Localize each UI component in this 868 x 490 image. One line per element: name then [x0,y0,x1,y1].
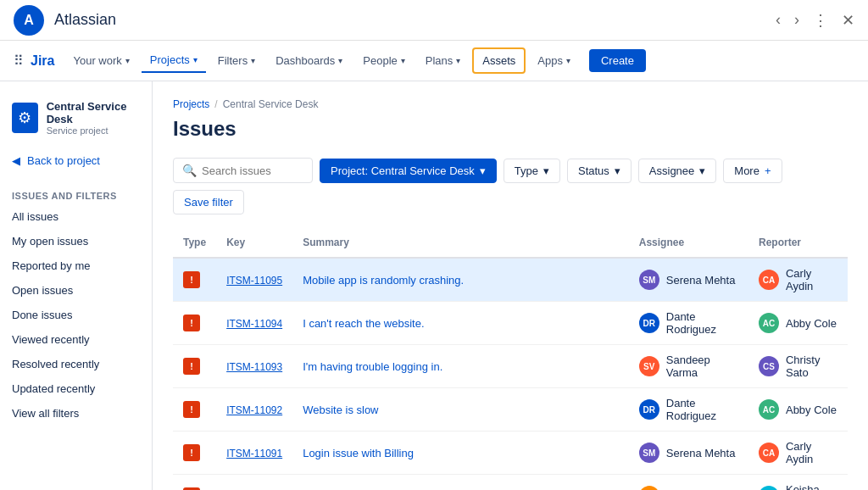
cell-reporter: AC Abby Cole [748,302,848,345]
assignee-name: Serena Mehta [666,274,736,287]
cell-type: ! [173,475,216,491]
title-bar-right: ‹ › ⋮ ✕ [776,11,854,30]
more-filter-button[interactable]: More + [723,159,782,183]
nav-item-filters[interactable]: Filters ▾ [209,49,264,72]
cell-key: ITSM-11092 [216,388,292,432]
assignee-avatar: SV [639,486,659,490]
table-row[interactable]: ! ITSM-11093 I'm having trouble logging … [173,345,848,388]
close-icon[interactable]: ✕ [842,11,854,30]
cell-reporter: CA Carly Aydin [748,258,848,302]
issue-summary-text[interactable]: Mobile app is randomly crashing. [303,274,464,287]
apps-chevron: ▾ [566,56,570,65]
project-info: Central Service Desk Service project [47,100,140,136]
nav-item-dashboards[interactable]: Dashboards ▾ [267,49,351,72]
nav-item-dashboards-label: Dashboards [275,54,335,67]
dashboards-chevron: ▾ [338,56,342,65]
table-row[interactable]: ! ITSM-11095 Mobile app is randomly cras… [173,258,848,302]
back-icon[interactable]: ‹ [776,11,781,29]
table-row[interactable]: ! ITSM-11091 Login issue with Billing SM… [173,432,848,475]
project-type: Service project [47,125,140,136]
logo-letter: A [24,13,34,28]
cell-assignee: DR Dante Rodriguez [629,388,748,432]
assignee-avatar: SV [639,356,659,376]
assignee-cell: SM Serena Mehta [639,443,738,463]
reporter-cell: KO Keisha Onai [759,483,837,490]
back-arrow-icon: ◀ [12,154,20,167]
project-filter-label: Project: Central Service Desk [331,164,475,177]
cell-summary: I'm having trouble logging in. [292,345,629,388]
forward-icon[interactable]: › [794,11,799,29]
reporter-avatar: CA [759,270,779,290]
incident-type-icon: ! [183,271,200,288]
cell-reporter: AC Abby Cole [748,388,848,432]
project-filter-button[interactable]: Project: Central Service Desk ▾ [320,159,497,183]
menu-icon[interactable]: ⋮ [813,11,828,30]
sidebar-item-all-issues[interactable]: All issues [0,204,152,229]
issue-key-link[interactable]: ITSM-11092 [226,404,282,416]
assignee-cell: SM Serena Mehta [639,270,738,290]
project-name: Central Service Desk [47,100,140,125]
issue-key-link[interactable]: ITSM-11093 [226,361,282,373]
incident-type-icon: ! [183,315,200,331]
main-layout: ⚙ Central Service Desk Service project ◀… [0,81,868,490]
filters-chevron: ▾ [251,56,255,65]
assignee-cell: SV Sandeep Varma [639,354,738,379]
nav-item-people-label: People [363,54,397,67]
issues-filters-section-title: Issues and filters [0,184,152,204]
sidebar-item-open-issues[interactable]: Open issues [0,278,152,303]
issue-key-link[interactable]: ITSM-11091 [226,448,282,459]
create-button[interactable]: Create [589,49,646,72]
app-title: Atlassian [54,11,116,29]
nav-item-assets[interactable]: Assets [472,47,526,74]
cell-key: ITSM-11095 [216,258,292,302]
breadcrumb-projects[interactable]: Projects [173,98,209,110]
assignee-filter-button[interactable]: Assignee ▾ [638,159,716,183]
issue-summary-text[interactable]: Website is slow [303,404,378,416]
nav-item-people[interactable]: People ▾ [354,49,413,72]
your-work-chevron: ▾ [125,56,130,65]
sidebar-item-done-issues[interactable]: Done issues [0,303,152,327]
table-row[interactable]: ! ITSM-11092 Website is slow DR Dante Ro… [173,388,848,432]
sidebar: ⚙ Central Service Desk Service project ◀… [0,81,153,490]
back-to-project[interactable]: ◀ Back to project [0,148,152,174]
sidebar-item-view-all-filters[interactable]: View all filters [0,401,152,426]
issue-summary-text[interactable]: Login issue with Billing [303,447,414,459]
nav-item-plans-label: Plans [426,54,453,67]
sidebar-item-viewed-recently[interactable]: Viewed recently [0,327,152,352]
nav-item-apps[interactable]: Apps ▾ [529,49,579,72]
breadcrumb-current: Central Service Desk [223,98,319,110]
sidebar-item-resolved-recently[interactable]: Resolved recently [0,352,152,376]
issue-summary-text[interactable]: I'm having trouble logging in. [303,360,442,373]
atlassian-logo: A [14,5,44,36]
issue-key-link[interactable]: ITSM-11094 [226,318,282,330]
search-input[interactable] [202,164,303,177]
reporter-avatar: AC [759,313,779,333]
cell-key: ITSM-11091 [216,432,292,475]
status-filter-label: Status [578,164,609,177]
cell-reporter: CS Christy Sato [748,345,848,388]
sidebar-item-my-open-issues[interactable]: My open issues [0,229,152,253]
nav-item-your-work[interactable]: Your work ▾ [64,49,137,72]
issues-tbody: ! ITSM-11095 Mobile app is randomly cras… [173,258,848,490]
save-filter-button[interactable]: Save filter [173,190,244,214]
type-filter-label: Type [515,164,538,177]
type-filter-button[interactable]: Type ▾ [504,159,560,183]
status-filter-button[interactable]: Status ▾ [567,159,632,183]
issue-key-link[interactable]: ITSM-11095 [226,275,282,287]
reporter-avatar: AC [759,399,779,420]
people-chevron: ▾ [401,56,405,65]
nav-item-projects[interactable]: Projects ▾ [142,48,206,73]
search-box[interactable]: 🔍 [173,158,313,183]
table-row[interactable]: ! ITSM-11094 I can't reach the website. … [173,302,848,345]
cell-key: ITSM-11090 [216,475,292,491]
nav-item-plans[interactable]: Plans ▾ [417,49,470,72]
col-summary: Summary [292,228,629,258]
issue-summary-text[interactable]: I can't reach the website. [303,317,424,330]
reporter-name: Carly Aydin [786,267,837,292]
sidebar-item-reported-by-me[interactable]: Reported by me [0,253,152,278]
table-row[interactable]: ! ITSM-11090 Dell 24 inch monitor is bro… [173,475,848,491]
nav-item-filters-label: Filters [218,54,248,67]
grid-icon[interactable]: ⠿ [14,53,24,69]
sidebar-item-updated-recently[interactable]: Updated recently [0,376,152,401]
table-header: Type Key Summary Assignee Reporter [173,228,848,258]
